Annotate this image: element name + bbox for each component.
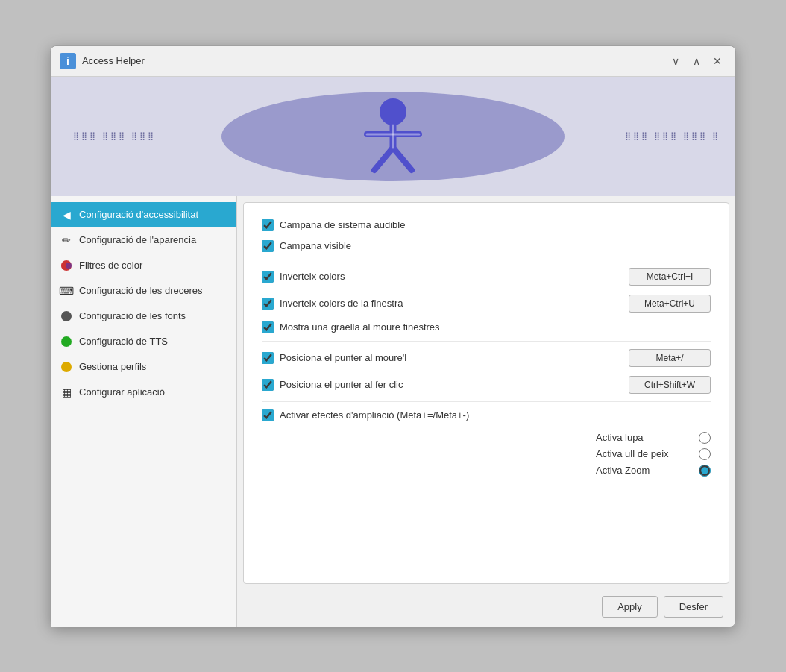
setting-left-zoom-effects: Activar efectes d'ampliació (Meta+=/Meta…: [262, 409, 469, 421]
titlebar-left: i Access Helper: [60, 53, 145, 69]
sidebar-icon-tts: [60, 335, 73, 348]
checkbox-visible-bell[interactable]: [262, 240, 274, 252]
shortcut-invert-colors[interactable]: Meta+Ctrl+I: [629, 268, 711, 286]
banner: ⣿⣿⣿ ⣿⣿⣿ ⣿⣿⣿ ⣿⣿⣿ ⣿⣿⣿ ⣿⣿⣿ ⣿: [51, 77, 735, 196]
radio-row-zoom: Activa Zoom: [596, 465, 711, 477]
radio-group-zoom-mode: Activa lupa Activa ull de peix Activa Zo…: [262, 426, 711, 483]
sidebar-icon-color-filter: [60, 259, 73, 272]
braille-right: ⣿⣿⣿ ⣿⣿⣿ ⣿⣿⣿ ⣿: [625, 131, 720, 141]
svg-line-4: [393, 148, 412, 170]
shortcut-position-move[interactable]: Meta+/: [629, 349, 711, 367]
setting-left-position-click: Posiciona el punter al fer clic: [262, 379, 403, 391]
setting-left-position-move: Posiciona el punter al moure'l: [262, 352, 406, 364]
setting-row-system-bell: Campana de sistema audible: [262, 215, 711, 236]
setting-left-system-bell: Campana de sistema audible: [262, 219, 405, 231]
sidebar-item-color-filter[interactable]: Filtres de color: [51, 253, 236, 278]
checkbox-invert-window[interactable]: [262, 298, 274, 310]
svg-point-0: [380, 98, 406, 125]
setting-left-visible-bell: Campana visible: [262, 240, 351, 252]
sidebar-icon-shortcuts: ⌨: [60, 284, 73, 298]
svg-line-3: [374, 148, 393, 170]
sidebar-label-color-filter: Filtres de color: [79, 260, 142, 271]
label-position-click: Posiciona el punter al fer clic: [280, 379, 403, 390]
discard-button[interactable]: Desfer: [664, 596, 723, 618]
sidebar-label-profiles: Gestiona perfils: [79, 361, 146, 372]
svg-point-11: [61, 336, 72, 347]
radio-label-fisheye: Activa ull de peix: [596, 448, 693, 459]
label-visible-bell: Campana visible: [280, 240, 351, 251]
shortcut-position-click[interactable]: Ctrl+Shift+W: [629, 376, 711, 394]
sidebar-item-accessibility[interactable]: ◀ Configuració d'accessibilitat: [51, 202, 236, 227]
label-system-bell: Campana de sistema audible: [280, 219, 405, 230]
sidebar-label-appearance: Configuració de l'aparencia: [79, 234, 196, 245]
setting-row-invert-window: Inverteix colors de la finestra Meta+Ctr…: [262, 290, 711, 317]
setting-row-position-click: Posiciona el punter al fer clic Ctrl+Shi…: [262, 371, 711, 398]
setting-row-show-grid: Mostra una graella al moure finestres: [262, 317, 711, 338]
close-button[interactable]: ✕: [708, 52, 726, 70]
content-area: ◀ Configuració d'accessibilitat ✏ Config…: [51, 196, 735, 627]
svg-point-10: [61, 311, 72, 321]
footer: Apply Desfer: [237, 590, 735, 627]
sidebar-icon-profiles: [60, 360, 73, 374]
braille-left: ⣿⣿⣿ ⣿⣿⣿ ⣿⣿⣿: [73, 131, 156, 141]
setting-row-position-move: Posiciona el punter al moure'l Meta+/: [262, 345, 711, 371]
sidebar-icon-fonts: [60, 310, 73, 323]
accessibility-figure: [359, 95, 427, 178]
checkbox-zoom-effects[interactable]: [262, 409, 274, 421]
sidebar-item-tts[interactable]: Configuració de TTS: [51, 329, 236, 354]
checkbox-position-move[interactable]: [262, 352, 274, 364]
radio-fisheye[interactable]: [699, 448, 711, 460]
setting-left-show-grid: Mostra una graella al moure finestres: [262, 321, 440, 333]
main-area: Campana de sistema audible Campana visib…: [237, 196, 735, 627]
minimize-button[interactable]: ∨: [667, 52, 685, 70]
radio-row-lupa: Activa lupa: [596, 432, 711, 444]
svg-point-9: [66, 263, 72, 269]
sidebar-item-shortcuts[interactable]: ⌨ Configuració de les dreceres: [51, 278, 236, 304]
sidebar-icon-accessibility: ◀: [60, 208, 73, 222]
sidebar-label-accessibility: Configuració d'accessibilitat: [79, 209, 198, 220]
titlebar-controls: ∨ ∧ ✕: [667, 52, 726, 70]
sidebar-label-fonts: Configuració de les fonts: [79, 310, 186, 321]
sidebar: ◀ Configuració d'accessibilitat ✏ Config…: [51, 196, 237, 627]
svg-point-12: [61, 362, 72, 372]
sidebar-label-tts: Configuració de TTS: [79, 336, 168, 347]
sidebar-item-fonts[interactable]: Configuració de les fonts: [51, 304, 236, 329]
checkbox-position-click[interactable]: [262, 379, 274, 391]
app-icon: i: [60, 53, 76, 69]
sidebar-item-appearance[interactable]: ✏ Configuració de l'aparencia: [51, 227, 236, 253]
setting-row-invert-colors: Inverteix colors Meta+Ctrl+I: [262, 263, 711, 290]
sidebar-label-shortcuts: Configuració de les dreceres: [79, 285, 202, 296]
label-position-move: Posiciona el punter al moure'l: [280, 352, 406, 363]
checkbox-system-bell[interactable]: [262, 219, 274, 231]
separator-3: [262, 401, 711, 402]
radio-lupa[interactable]: [699, 432, 711, 444]
checkbox-show-grid[interactable]: [262, 321, 274, 333]
setting-left-invert-window: Inverteix colors de la finestra: [262, 298, 403, 310]
setting-row-zoom-effects: Activar efectes d'ampliació (Meta+=/Meta…: [262, 405, 711, 426]
titlebar: i Access Helper ∨ ∧ ✕: [51, 46, 735, 77]
sidebar-item-profiles[interactable]: Gestiona perfils: [51, 354, 236, 380]
checkbox-invert-colors[interactable]: [262, 271, 274, 283]
label-zoom-effects: Activar efectes d'ampliació (Meta+=/Meta…: [280, 409, 469, 421]
sidebar-label-app-config: Configurar aplicació: [79, 386, 165, 398]
settings-panel: Campana de sistema audible Campana visib…: [243, 202, 729, 584]
separator-2: [262, 341, 711, 342]
setting-left-invert-colors: Inverteix colors: [262, 271, 345, 283]
radio-label-zoom: Activa Zoom: [596, 465, 693, 476]
radio-row-fisheye: Activa ull de peix: [596, 448, 711, 460]
main-window: i Access Helper ∨ ∧ ✕ ⣿⣿⣿ ⣿⣿⣿ ⣿⣿⣿ ⣿⣿⣿: [50, 45, 736, 627]
maximize-button[interactable]: ∧: [688, 52, 705, 70]
radio-zoom[interactable]: [699, 465, 711, 477]
sidebar-icon-appearance: ✏: [60, 233, 73, 247]
separator-1: [262, 260, 711, 260]
setting-row-visible-bell: Campana visible: [262, 236, 711, 257]
label-invert-colors: Inverteix colors: [280, 271, 345, 282]
label-show-grid: Mostra una graella al moure finestres: [280, 321, 440, 333]
apply-button[interactable]: Apply: [602, 596, 658, 618]
label-invert-window: Inverteix colors de la finestra: [280, 298, 403, 309]
window-title: Access Helper: [82, 55, 145, 66]
sidebar-icon-app-config: ▦: [60, 386, 73, 399]
shortcut-invert-window[interactable]: Meta+Ctrl+U: [629, 295, 711, 313]
sidebar-item-app-config[interactable]: ▦ Configurar aplicació: [51, 380, 236, 405]
radio-label-lupa: Activa lupa: [596, 432, 693, 443]
